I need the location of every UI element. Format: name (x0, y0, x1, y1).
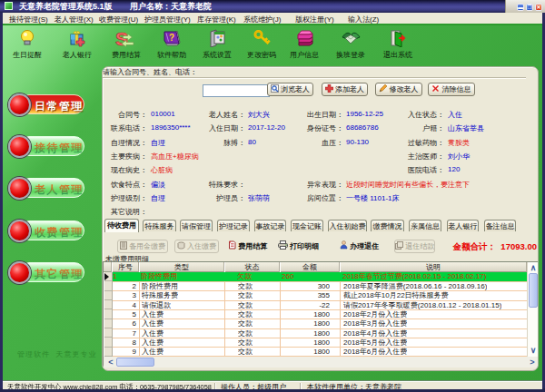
svg-text:?: ? (169, 33, 174, 43)
